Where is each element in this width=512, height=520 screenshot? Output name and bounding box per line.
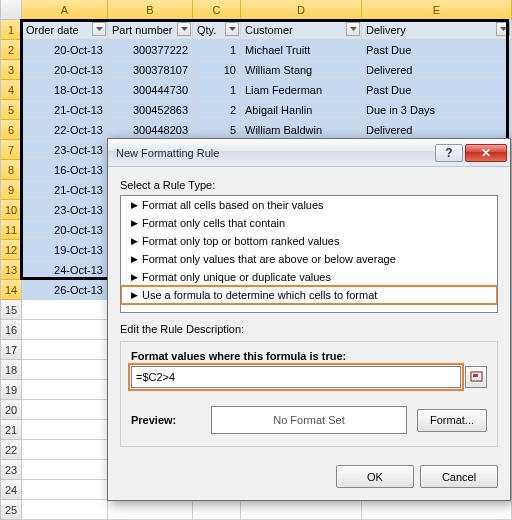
cell-qty[interactable]: 1 [193, 40, 241, 60]
cell-part[interactable]: 300452863 [108, 100, 193, 120]
header-cell[interactable]: Customer [241, 20, 362, 40]
row-header-18[interactable]: 18 [1, 360, 22, 380]
select-all-corner[interactable] [1, 0, 22, 20]
row-header-24[interactable]: 24 [1, 480, 22, 500]
cell-date[interactable]: 20-Oct-13 [22, 220, 108, 240]
cell-part[interactable]: 300444730 [108, 80, 193, 100]
cell-part[interactable]: 300377222 [108, 40, 193, 60]
cell-date[interactable]: 20-Oct-13 [22, 60, 108, 80]
row-header-7[interactable]: 7 [1, 140, 22, 160]
row-header-20[interactable]: 20 [1, 400, 22, 420]
cell-customer[interactable]: Liam Federman [241, 80, 362, 100]
empty-cell[interactable] [22, 480, 108, 500]
row-header-6[interactable]: 6 [1, 120, 22, 140]
row-header-25[interactable]: 25 [1, 500, 22, 520]
cell-delivery[interactable]: Due in 3 Days [362, 100, 512, 120]
row-header-14[interactable]: 14 [1, 280, 22, 300]
cell-part[interactable]: 300448203 [108, 120, 193, 140]
cell-date[interactable]: 20-Oct-13 [22, 40, 108, 60]
help-button[interactable]: ? [435, 144, 463, 162]
filter-dropdown-icon[interactable] [177, 22, 191, 36]
filter-dropdown-icon[interactable] [225, 22, 239, 36]
rule-type-item[interactable]: ▶Format only top or bottom ranked values [121, 232, 497, 250]
cell-date[interactable]: 16-Oct-13 [22, 160, 108, 180]
cell-date[interactable]: 21-Oct-13 [22, 180, 108, 200]
col-header-D[interactable]: D [241, 0, 362, 20]
cell-customer[interactable]: Michael Truitt [241, 40, 362, 60]
col-header-A[interactable]: A [22, 0, 108, 20]
cell-customer[interactable]: William Stang [241, 60, 362, 80]
empty-cell[interactable] [22, 460, 108, 480]
ok-button[interactable]: OK [336, 465, 414, 488]
row-header-10[interactable]: 10 [1, 200, 22, 220]
cell-delivery[interactable]: Past Due [362, 40, 512, 60]
cell-qty[interactable]: 10 [193, 60, 241, 80]
empty-cell[interactable] [22, 500, 108, 520]
empty-cell[interactable] [22, 320, 108, 340]
empty-cell[interactable] [193, 500, 241, 520]
rule-type-item[interactable]: ▶Use a formula to determine which cells … [121, 286, 497, 304]
cell-qty[interactable]: 2 [193, 100, 241, 120]
rule-type-list[interactable]: ▶Format all cells based on their values▶… [120, 195, 498, 313]
collapse-dialog-button[interactable] [465, 366, 487, 388]
row-header-3[interactable]: 3 [1, 60, 22, 80]
cell-customer[interactable]: William Baldwin [241, 120, 362, 140]
col-header-E[interactable]: E [362, 0, 512, 20]
row-header-17[interactable]: 17 [1, 340, 22, 360]
header-cell[interactable]: Qty. [193, 20, 241, 40]
empty-cell[interactable] [362, 500, 512, 520]
cell-date[interactable]: 23-Oct-13 [22, 140, 108, 160]
header-cell[interactable]: Part number [108, 20, 193, 40]
cell-date[interactable]: 22-Oct-13 [22, 120, 108, 140]
filter-dropdown-icon[interactable] [92, 22, 106, 36]
cancel-button[interactable]: Cancel [420, 465, 498, 488]
cell-qty[interactable]: 1 [193, 80, 241, 100]
row-header-21[interactable]: 21 [1, 420, 22, 440]
cell-part[interactable]: 300378107 [108, 60, 193, 80]
empty-cell[interactable] [22, 300, 108, 320]
cell-date[interactable]: 18-Oct-13 [22, 80, 108, 100]
rule-type-item[interactable]: ▶Format only values that are above or be… [121, 250, 497, 268]
cell-customer[interactable]: Abigail Hanlin [241, 100, 362, 120]
header-cell[interactable]: Order date [22, 20, 108, 40]
rule-type-item[interactable]: ▶Format only unique or duplicate values [121, 268, 497, 286]
rule-type-item[interactable]: ▶Format only cells that contain [121, 214, 497, 232]
row-header-4[interactable]: 4 [1, 80, 22, 100]
empty-cell[interactable] [22, 440, 108, 460]
row-header-1[interactable]: 1 [1, 20, 22, 40]
row-header-15[interactable]: 15 [1, 300, 22, 320]
dialog-titlebar[interactable]: New Formatting Rule ? ✕ [108, 139, 510, 167]
format-button[interactable]: Format... [417, 409, 487, 432]
row-header-9[interactable]: 9 [1, 180, 22, 200]
cell-date[interactable]: 19-Oct-13 [22, 240, 108, 260]
rule-type-item[interactable]: ▶Format all cells based on their values [121, 196, 497, 214]
cell-delivery[interactable]: Past Due [362, 80, 512, 100]
cell-delivery[interactable]: Delivered [362, 60, 512, 80]
cell-date[interactable]: 24-Oct-13 [22, 260, 108, 280]
row-header-5[interactable]: 5 [1, 100, 22, 120]
header-cell[interactable]: Delivery [362, 20, 512, 40]
cell-date[interactable]: 26-Oct-13 [22, 280, 108, 300]
formula-input[interactable] [131, 366, 461, 388]
cell-qty[interactable]: 5 [193, 120, 241, 140]
close-button[interactable]: ✕ [465, 144, 507, 162]
row-header-8[interactable]: 8 [1, 160, 22, 180]
filter-dropdown-icon[interactable] [346, 22, 360, 36]
row-header-22[interactable]: 22 [1, 440, 22, 460]
empty-cell[interactable] [22, 420, 108, 440]
row-header-19[interactable]: 19 [1, 380, 22, 400]
empty-cell[interactable] [22, 360, 108, 380]
col-header-B[interactable]: B [108, 0, 193, 20]
row-header-2[interactable]: 2 [1, 40, 22, 60]
empty-cell[interactable] [22, 380, 108, 400]
cell-date[interactable]: 23-Oct-13 [22, 200, 108, 220]
row-header-13[interactable]: 13 [1, 260, 22, 280]
col-header-C[interactable]: C [193, 0, 241, 20]
filter-dropdown-icon[interactable] [496, 22, 510, 36]
row-header-12[interactable]: 12 [1, 240, 22, 260]
cell-delivery[interactable]: Delivered [362, 120, 512, 140]
empty-cell[interactable] [22, 400, 108, 420]
empty-cell[interactable] [22, 340, 108, 360]
empty-cell[interactable] [241, 500, 362, 520]
row-header-23[interactable]: 23 [1, 460, 22, 480]
